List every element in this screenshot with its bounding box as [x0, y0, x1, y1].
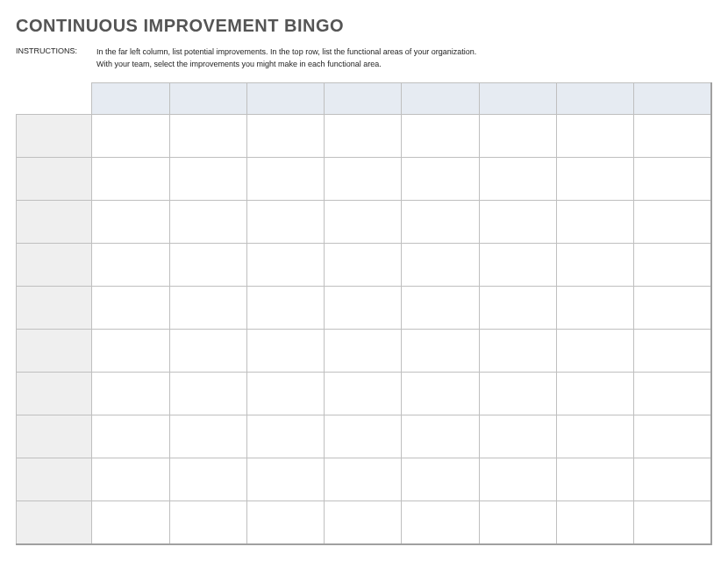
- data-cell[interactable]: [169, 415, 246, 458]
- data-cell[interactable]: [246, 244, 324, 287]
- data-cell[interactable]: [246, 330, 324, 373]
- col-header[interactable]: [402, 83, 479, 115]
- data-cell[interactable]: [402, 415, 479, 458]
- data-cell[interactable]: [479, 158, 556, 201]
- data-cell[interactable]: [246, 501, 324, 544]
- data-cell[interactable]: [556, 201, 633, 244]
- data-cell[interactable]: [634, 201, 711, 244]
- col-header[interactable]: [169, 83, 246, 115]
- data-cell[interactable]: [325, 158, 402, 201]
- col-header[interactable]: [479, 83, 556, 115]
- row-header[interactable]: [17, 158, 92, 201]
- data-cell[interactable]: [169, 244, 246, 287]
- data-cell[interactable]: [479, 330, 556, 373]
- col-header[interactable]: [325, 83, 402, 115]
- data-cell[interactable]: [634, 158, 711, 201]
- data-cell[interactable]: [556, 458, 633, 501]
- data-cell[interactable]: [325, 201, 402, 244]
- data-cell[interactable]: [402, 330, 479, 373]
- data-cell[interactable]: [556, 501, 633, 544]
- data-cell[interactable]: [92, 287, 169, 330]
- data-cell[interactable]: [169, 373, 246, 415]
- data-cell[interactable]: [92, 244, 169, 287]
- data-cell[interactable]: [169, 158, 246, 201]
- data-cell[interactable]: [402, 115, 479, 158]
- data-cell[interactable]: [479, 201, 556, 244]
- data-cell[interactable]: [325, 415, 402, 458]
- data-cell[interactable]: [479, 373, 556, 415]
- data-cell[interactable]: [169, 458, 246, 501]
- row-header[interactable]: [17, 373, 92, 415]
- row-header[interactable]: [17, 415, 92, 458]
- data-cell[interactable]: [479, 244, 556, 287]
- row-header[interactable]: [17, 287, 92, 330]
- data-cell[interactable]: [246, 201, 324, 244]
- corner-cell: [17, 83, 92, 115]
- data-cell[interactable]: [92, 330, 169, 373]
- data-cell[interactable]: [479, 415, 556, 458]
- data-cell[interactable]: [634, 244, 711, 287]
- data-cell[interactable]: [92, 373, 169, 415]
- col-header[interactable]: [634, 83, 711, 115]
- data-cell[interactable]: [402, 458, 479, 501]
- data-cell[interactable]: [169, 201, 246, 244]
- data-cell[interactable]: [325, 115, 402, 158]
- data-cell[interactable]: [479, 287, 556, 330]
- data-cell[interactable]: [246, 287, 324, 330]
- row-header[interactable]: [17, 501, 92, 544]
- data-cell[interactable]: [479, 501, 556, 544]
- data-cell[interactable]: [325, 244, 402, 287]
- data-cell[interactable]: [92, 158, 169, 201]
- data-cell[interactable]: [556, 373, 633, 415]
- data-cell[interactable]: [402, 201, 479, 244]
- data-cell[interactable]: [325, 287, 402, 330]
- data-cell[interactable]: [325, 501, 402, 544]
- data-cell[interactable]: [169, 330, 246, 373]
- data-cell[interactable]: [325, 458, 402, 501]
- data-cell[interactable]: [92, 201, 169, 244]
- table-row: [17, 501, 712, 544]
- data-cell[interactable]: [169, 501, 246, 544]
- data-cell[interactable]: [634, 330, 711, 373]
- data-cell[interactable]: [402, 158, 479, 201]
- row-header[interactable]: [17, 115, 92, 158]
- data-cell[interactable]: [634, 287, 711, 330]
- data-cell[interactable]: [556, 158, 633, 201]
- col-header[interactable]: [556, 83, 633, 115]
- row-header[interactable]: [17, 201, 92, 244]
- data-cell[interactable]: [325, 373, 402, 415]
- col-header[interactable]: [92, 83, 169, 115]
- data-cell[interactable]: [402, 287, 479, 330]
- data-cell[interactable]: [169, 287, 246, 330]
- data-cell[interactable]: [402, 373, 479, 415]
- data-cell[interactable]: [556, 244, 633, 287]
- data-cell[interactable]: [402, 244, 479, 287]
- data-cell[interactable]: [246, 373, 324, 415]
- data-cell[interactable]: [92, 501, 169, 544]
- data-cell[interactable]: [634, 115, 711, 158]
- data-cell[interactable]: [92, 115, 169, 158]
- data-cell[interactable]: [634, 458, 711, 501]
- data-cell[interactable]: [246, 415, 324, 458]
- data-cell[interactable]: [246, 158, 324, 201]
- data-cell[interactable]: [556, 115, 633, 158]
- data-cell[interactable]: [92, 458, 169, 501]
- data-cell[interactable]: [246, 458, 324, 501]
- data-cell[interactable]: [325, 330, 402, 373]
- data-cell[interactable]: [92, 415, 169, 458]
- data-cell[interactable]: [556, 287, 633, 330]
- data-cell[interactable]: [556, 415, 633, 458]
- data-cell[interactable]: [479, 115, 556, 158]
- data-cell[interactable]: [556, 330, 633, 373]
- data-cell[interactable]: [634, 373, 711, 415]
- row-header[interactable]: [17, 330, 92, 373]
- data-cell[interactable]: [402, 501, 479, 544]
- data-cell[interactable]: [169, 115, 246, 158]
- data-cell[interactable]: [634, 415, 711, 458]
- data-cell[interactable]: [479, 458, 556, 501]
- row-header[interactable]: [17, 244, 92, 287]
- row-header[interactable]: [17, 458, 92, 501]
- data-cell[interactable]: [246, 115, 324, 158]
- data-cell[interactable]: [634, 501, 711, 544]
- col-header[interactable]: [246, 83, 324, 115]
